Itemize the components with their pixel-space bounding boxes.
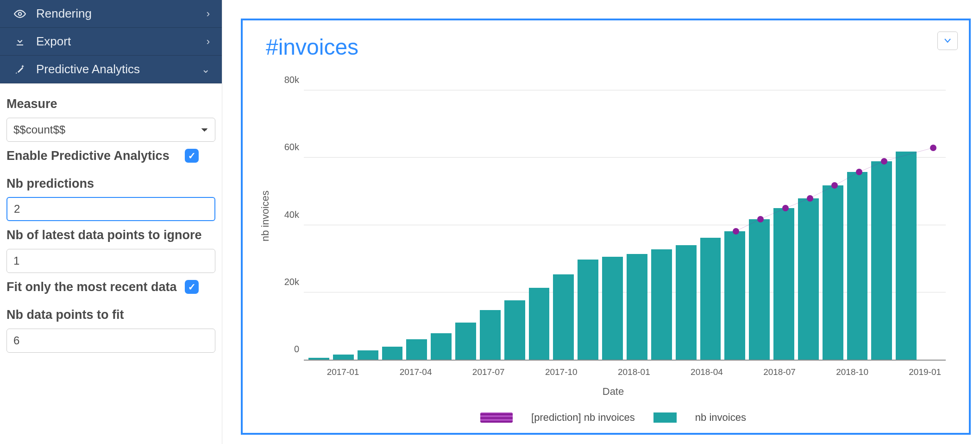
bar[interactable] — [823, 185, 843, 360]
bar[interactable] — [553, 274, 574, 360]
x-axis-ticks: 2017-012017-042017-072017-102018-012018-… — [304, 367, 946, 377]
bar[interactable] — [333, 355, 354, 360]
x-tick — [745, 367, 760, 377]
sidebar: Rendering › Export › Predictive Analytic… — [0, 0, 222, 444]
x-tick — [527, 367, 541, 377]
y-tick: 60k — [271, 142, 299, 152]
x-tick: 2018-04 — [691, 367, 723, 377]
bar[interactable] — [578, 260, 598, 360]
chevron-down-icon: ⌄ — [201, 63, 210, 76]
bar[interactable] — [798, 198, 819, 360]
nb-predictions-label: Nb predictions — [6, 176, 215, 192]
x-tick — [727, 367, 741, 377]
x-tick — [799, 367, 814, 377]
bar[interactable] — [358, 350, 378, 360]
nb-ignore-label: Nb of latest data points to ignore — [6, 228, 215, 243]
bar[interactable] — [773, 208, 794, 360]
bar[interactable] — [676, 245, 697, 360]
x-tick: 2017-01 — [327, 367, 359, 377]
y-tick: 80k — [271, 75, 299, 85]
nav-rendering[interactable]: Rendering › — [0, 0, 222, 28]
bar[interactable] — [455, 323, 476, 360]
x-tick: 2017-07 — [472, 367, 505, 377]
nav-label: Rendering — [36, 6, 92, 21]
prediction-point[interactable] — [733, 228, 739, 235]
bar[interactable] — [724, 231, 745, 360]
x-tick: 2018-01 — [618, 367, 650, 377]
bar[interactable] — [382, 347, 403, 360]
bar[interactable] — [700, 238, 721, 360]
nav-label: Predictive Analytics — [36, 62, 140, 76]
bar[interactable] — [896, 152, 917, 360]
nav-label: Export — [36, 34, 71, 49]
bar[interactable] — [627, 254, 647, 360]
x-tick — [599, 367, 614, 377]
bar[interactable] — [871, 161, 892, 360]
legend-swatch-bar — [653, 412, 677, 423]
download-icon — [12, 36, 28, 47]
x-tick — [308, 367, 323, 377]
fit-recent-checkbox[interactable]: ✓ — [185, 280, 199, 294]
bar[interactable] — [308, 358, 329, 360]
legend-label-prediction: [prediction] nb invoices — [531, 412, 635, 424]
bar[interactable] — [480, 310, 501, 360]
x-tick: 2017-04 — [400, 367, 432, 377]
prediction-point[interactable] — [782, 205, 789, 211]
nav-predictive-analytics[interactable]: Predictive Analytics ⌄ — [0, 56, 222, 83]
nb-fit-label: Nb data points to fit — [6, 307, 215, 323]
x-tick — [872, 367, 887, 377]
x-tick — [363, 367, 377, 377]
x-tick — [891, 367, 905, 377]
x-tick — [654, 367, 669, 377]
x-tick: 2017-10 — [545, 367, 578, 377]
x-tick — [581, 367, 596, 377]
nav-export[interactable]: Export › — [0, 28, 222, 56]
x-tick — [818, 367, 833, 377]
x-tick — [509, 367, 523, 377]
prediction-point[interactable] — [881, 158, 887, 165]
bar[interactable] — [847, 172, 868, 360]
bar[interactable] — [602, 257, 623, 360]
chart-plot-area[interactable]: 020k40k60k80k — [304, 74, 946, 361]
bar[interactable] — [651, 249, 672, 360]
prediction-point[interactable] — [831, 182, 838, 189]
bar[interactable] — [431, 333, 452, 360]
nb-predictions-input[interactable] — [6, 197, 215, 221]
x-tick — [381, 367, 396, 377]
x-tick — [672, 367, 687, 377]
chart-title: #invoices — [266, 34, 955, 60]
x-tick: 2018-07 — [763, 367, 796, 377]
y-tick: 20k — [271, 276, 299, 287]
bar[interactable] — [529, 288, 550, 360]
x-axis-label: Date — [271, 386, 955, 398]
chart-menu-button[interactable] — [937, 32, 958, 50]
x-tick — [454, 367, 469, 377]
measure-label: Measure — [6, 96, 215, 112]
chart-card: #invoices nb invoices 020k40k60k80k 2017… — [241, 19, 971, 435]
bar[interactable] — [749, 219, 770, 360]
legend-label-bar: nb invoices — [695, 412, 746, 424]
wand-icon — [12, 64, 28, 75]
bar[interactable] — [406, 339, 427, 360]
prediction-point[interactable] — [807, 195, 813, 202]
svg-point-0 — [19, 12, 22, 15]
enable-checkbox[interactable]: ✓ — [185, 149, 199, 163]
y-axis-label: nb invoices — [257, 190, 271, 241]
legend-swatch-prediction — [480, 412, 513, 423]
chart-legend: [prediction] nb invoices nb invoices — [271, 412, 955, 424]
fit-recent-label: Fit only the most recent data — [6, 279, 185, 295]
chevron-right-icon: › — [207, 8, 210, 20]
prediction-point[interactable] — [856, 169, 862, 175]
bar[interactable] — [504, 300, 525, 360]
prediction-point[interactable] — [930, 145, 936, 151]
predictive-panel: Measure $$count$$ Enable Predictive Anal… — [0, 83, 222, 367]
measure-select[interactable]: $$count$$ — [6, 118, 215, 142]
x-tick: 2019-01 — [909, 367, 941, 377]
nb-fit-input[interactable] — [6, 329, 215, 353]
eye-icon — [12, 8, 28, 20]
nb-ignore-input[interactable] — [6, 249, 215, 273]
x-tick — [435, 367, 450, 377]
prediction-point[interactable] — [757, 216, 764, 222]
enable-label: Enable Predictive Analytics — [6, 148, 185, 164]
x-tick: 2018-10 — [836, 367, 868, 377]
